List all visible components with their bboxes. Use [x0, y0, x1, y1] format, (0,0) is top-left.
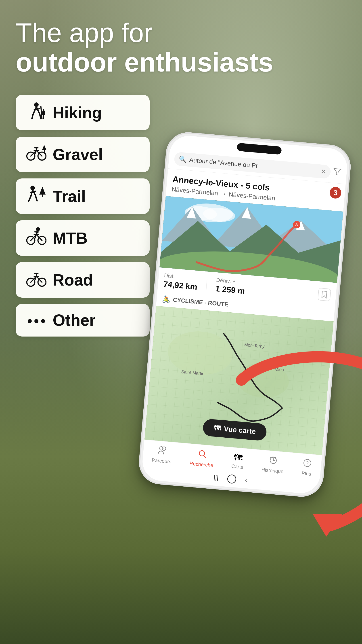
- recherche-label: Recherche: [189, 461, 213, 468]
- nav-recherche[interactable]: Recherche: [189, 448, 214, 468]
- clear-search-icon[interactable]: ✕: [321, 168, 327, 176]
- category-other[interactable]: Other: [16, 304, 150, 336]
- svg-text:Mon-Terny: Mon-Terny: [244, 342, 265, 349]
- svg-text:Mies: Mies: [274, 366, 284, 372]
- gravel-icon: [26, 144, 46, 165]
- nav-carte[interactable]: 🗺 Carte: [231, 452, 245, 471]
- filter-icon[interactable]: [333, 168, 342, 178]
- category-gravel[interactable]: Gravel: [16, 137, 150, 172]
- other-icon: [26, 312, 46, 329]
- parcours-icon: [158, 446, 167, 457]
- svg-line-22: [28, 196, 31, 201]
- category-list: Hiking Gravel: [16, 95, 150, 336]
- road-label: Road: [53, 271, 93, 289]
- hiking-icon: [26, 102, 46, 123]
- phone-screen: 🔍 Autour de "Avenue du Pr ✕ 3 Annecy-le-…: [141, 134, 349, 495]
- nav-historique[interactable]: Historique: [261, 454, 285, 474]
- svg-point-46: [28, 319, 32, 323]
- svg-point-62: [166, 329, 234, 378]
- phone-outer: 🔍 Autour de "Avenue du Pr ✕ 3 Annecy-le-…: [137, 130, 353, 498]
- svg-marker-49: [334, 168, 341, 175]
- plus-label: Plus: [301, 470, 311, 477]
- back-chevron[interactable]: ‹: [245, 477, 247, 484]
- svg-line-70: [203, 456, 206, 458]
- phone-notch: [237, 143, 282, 155]
- svg-point-35: [36, 228, 40, 231]
- svg-line-30: [36, 234, 42, 240]
- plus-icon: ?: [302, 458, 312, 470]
- svg-marker-26: [39, 187, 45, 194]
- trail-icon: [26, 186, 46, 207]
- elevation-stat: Déniv. + 1 259 m: [215, 277, 246, 296]
- search-input-value: Autour de "Avenue du Pr: [189, 156, 319, 175]
- route-type-label: CYCLISME - ROUTE: [173, 296, 228, 308]
- svg-text:A: A: [295, 222, 298, 227]
- elevation-value: 1 259 m: [215, 284, 245, 296]
- hero-title: The app for outdoor enthusiasts: [16, 18, 346, 77]
- svg-point-47: [34, 319, 38, 323]
- mtb-icon: [26, 228, 46, 249]
- map-section[interactable]: Saint-Martin Mon-Terny Mies 🗺 Vue carte: [145, 306, 334, 455]
- view-map-label: Vue carte: [223, 425, 256, 436]
- svg-point-68: [162, 447, 166, 450]
- svg-line-2: [36, 107, 40, 114]
- category-trail[interactable]: Trail: [16, 178, 150, 214]
- carte-label: Carte: [231, 463, 244, 470]
- svg-point-48: [41, 319, 45, 323]
- recherche-icon: [197, 449, 207, 461]
- distance-value: 74,92 km: [163, 279, 198, 292]
- carte-icon: 🗺: [233, 452, 243, 463]
- home-circle[interactable]: [227, 474, 236, 484]
- category-road[interactable]: Road: [16, 262, 150, 298]
- historique-icon: [268, 455, 278, 467]
- parcours-label: Parcours: [151, 457, 172, 465]
- search-icon: 🔍: [179, 155, 187, 163]
- mtb-label: MTB: [53, 229, 88, 247]
- category-hiking[interactable]: Hiking: [16, 95, 150, 130]
- svg-line-12: [36, 150, 42, 156]
- nav-plus[interactable]: ? Plus: [301, 458, 312, 477]
- svg-line-4: [40, 114, 41, 119]
- category-mtb[interactable]: MTB: [16, 220, 150, 256]
- svg-marker-18: [42, 145, 46, 150]
- phone-mockup: 🔍 Autour de "Avenue du Pr ✕ 3 Annecy-le-…: [161, 139, 362, 514]
- road-icon: [26, 269, 46, 290]
- gravel-label: Gravel: [53, 145, 103, 164]
- historique-label: Historique: [261, 467, 284, 475]
- map-icon: 🗺: [213, 424, 221, 433]
- svg-line-23: [35, 195, 37, 201]
- svg-line-3: [32, 114, 33, 119]
- svg-line-1: [33, 107, 36, 114]
- nav-parcours[interactable]: Parcours: [151, 445, 173, 465]
- other-label: Other: [53, 311, 96, 330]
- trail-label: Trail: [53, 187, 86, 206]
- svg-text:?: ?: [306, 460, 309, 465]
- svg-line-41: [36, 276, 42, 282]
- cycle-icon: 🚴: [162, 295, 171, 304]
- stat-divider: [206, 278, 207, 290]
- bookmark-button[interactable]: [318, 288, 331, 302]
- route-card[interactable]: 3 Annecy-le-Vieux - 5 cols Nâves-Parmela…: [156, 168, 346, 321]
- hiking-label: Hiking: [53, 104, 102, 122]
- distance-stat: Dist. 74,92 km: [163, 272, 198, 292]
